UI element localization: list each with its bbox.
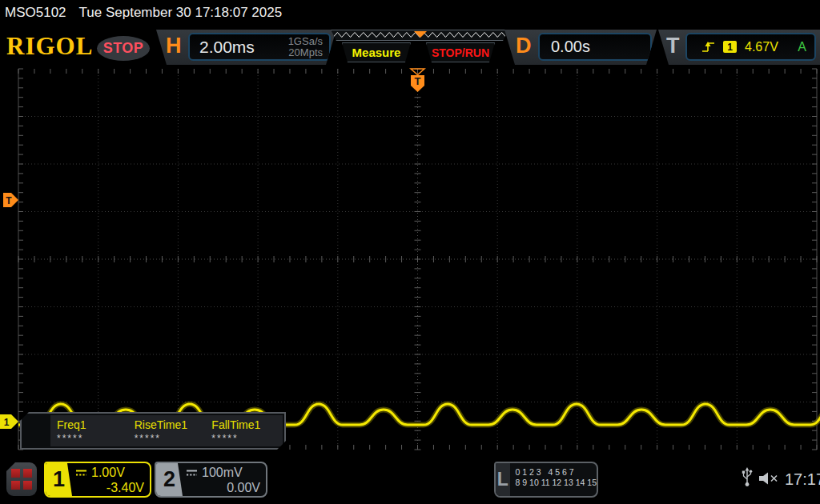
measurement-label: RiseTime1 bbox=[135, 418, 206, 431]
status-line: MSO5102Tue September 30 17:18:07 2025 bbox=[5, 5, 282, 21]
dc-coupling-icon bbox=[186, 469, 198, 477]
trigger-level-value: 4.67V bbox=[745, 40, 778, 54]
trigger-source-badge: 1 bbox=[723, 41, 737, 53]
trigger-position-thumb-icon[interactable] bbox=[414, 31, 427, 38]
sample-rate: 1GSa/s bbox=[288, 35, 323, 47]
speaker-muted-icon[interactable] bbox=[758, 471, 780, 486]
memory-depth: 20Mpts bbox=[288, 46, 323, 58]
waveform-position-bar[interactable] bbox=[331, 30, 508, 41]
channel1-ground-marker[interactable]: 1 bbox=[0, 414, 18, 429]
logic-channel-list: 0 1 2 3 4 5 6 7 8 9 10 11 12 13 14 15 bbox=[510, 463, 597, 496]
clock: 17:17 bbox=[785, 470, 820, 489]
bottom-bar: 1 1.00V -3.40V 2 100mV 0.00V bbox=[0, 452, 820, 504]
channel2-info: 100mV 0.00V bbox=[183, 463, 266, 496]
trigger-label: T bbox=[666, 34, 680, 58]
measurement-popup-inner: Freq1 ***** RiseTime1 ***** FallTime1 **… bbox=[50, 415, 283, 446]
timebase-value: 2.00ms bbox=[190, 38, 255, 57]
channel1-ground-marker-label: 1 bbox=[4, 417, 10, 428]
timebase-box: 2.00ms 1GSa/s 20Mpts bbox=[188, 33, 331, 61]
stop-run-button[interactable]: STOP/RUN bbox=[426, 42, 495, 62]
channel1-offset: -3.40V bbox=[75, 481, 144, 497]
acquisition-info: 1GSa/s 20Mpts bbox=[288, 36, 329, 58]
trigger-panel[interactable]: T 1 4.67V A bbox=[658, 30, 820, 65]
measurement-label: Freq1 bbox=[57, 418, 128, 431]
channel1-widget[interactable]: 1 1.00V -3.40V bbox=[44, 462, 151, 498]
channel2-scale: 100mV bbox=[202, 466, 243, 480]
delay-panel[interactable]: D 0.00s bbox=[504, 30, 657, 65]
stop-run-button-label: STOP/RUN bbox=[432, 46, 489, 59]
run-state-indicator[interactable]: STOP bbox=[97, 36, 150, 61]
dc-coupling-icon bbox=[75, 469, 87, 477]
menu-button[interactable] bbox=[6, 462, 37, 496]
trigger-box: 1 4.67V A bbox=[685, 33, 816, 61]
trigger-mode: A bbox=[798, 40, 806, 54]
channel1-scale: 1.00V bbox=[91, 466, 125, 480]
trigger-level-marker-label: T bbox=[6, 195, 12, 206]
channel1-info: 1.00V -3.40V bbox=[72, 463, 150, 496]
measure-button[interactable]: Measure bbox=[342, 42, 411, 62]
menu-grid-icon bbox=[11, 469, 32, 490]
measurement-popup[interactable]: Freq1 ***** RiseTime1 ***** FallTime1 **… bbox=[20, 412, 286, 450]
usb-icon bbox=[742, 466, 753, 487]
channel2-widget[interactable]: 2 100mV 0.00V bbox=[155, 462, 267, 498]
brand-logo: RIGOL bbox=[6, 32, 93, 61]
datetime: Tue September 30 17:18:07 2025 bbox=[79, 5, 283, 20]
trigger-position-marker-label: T bbox=[415, 75, 421, 87]
logic-row-2: 8 9 10 11 12 13 14 15 bbox=[516, 478, 597, 488]
measurement-item[interactable]: Freq1 ***** bbox=[50, 415, 128, 446]
logic-label: L bbox=[496, 463, 510, 496]
logic-row-1: 0 1 2 3 4 5 6 7 bbox=[516, 467, 597, 478]
measurement-value: ***** bbox=[211, 433, 283, 444]
channel2-number: 2 bbox=[156, 463, 183, 496]
run-state-label: STOP bbox=[103, 40, 144, 57]
graticule: T T 1 bbox=[0, 68, 820, 452]
horizontal-label: H bbox=[166, 34, 182, 58]
measurement-value: ***** bbox=[57, 433, 128, 444]
measure-button-label: Measure bbox=[352, 46, 401, 59]
rising-edge-icon bbox=[701, 40, 715, 54]
grid-lines bbox=[18, 69, 817, 450]
delay-value: 0.00s bbox=[540, 38, 590, 56]
measurement-value: ***** bbox=[135, 433, 206, 444]
measurement-label: FallTime1 bbox=[211, 418, 283, 431]
delay-box: 0.00s bbox=[538, 33, 652, 61]
channel1-number: 1 bbox=[46, 463, 72, 496]
measurement-item[interactable]: RiseTime1 ***** bbox=[128, 415, 206, 446]
channel2-offset: 0.00V bbox=[186, 481, 260, 497]
logic-channels-widget[interactable]: L 0 1 2 3 4 5 6 7 8 9 10 11 12 13 14 15 bbox=[494, 462, 598, 498]
model-name: MSO5102 bbox=[5, 5, 66, 20]
trigger-level-marker[interactable]: T bbox=[3, 193, 18, 207]
delay-label: D bbox=[516, 34, 532, 58]
horizontal-panel[interactable]: H 2.00ms 1GSa/s 20Mpts bbox=[156, 30, 336, 65]
measurement-item[interactable]: FallTime1 ***** bbox=[205, 415, 283, 446]
